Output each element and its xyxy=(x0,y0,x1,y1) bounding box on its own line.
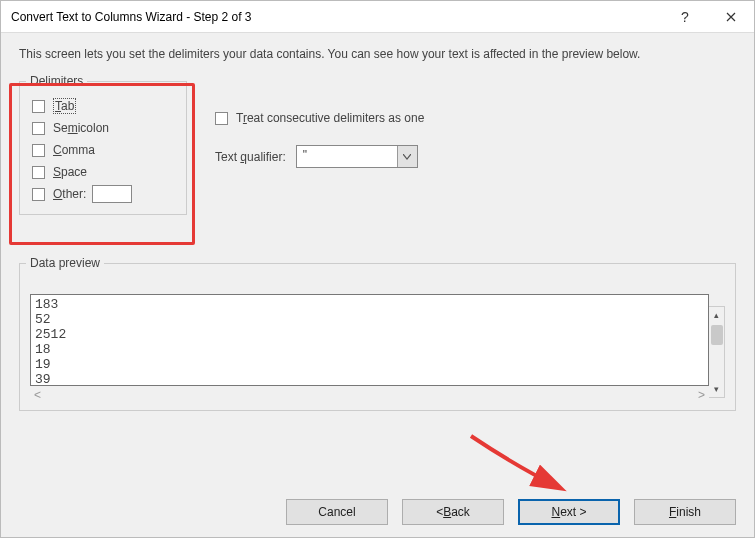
finish-button[interactable]: Finish xyxy=(634,499,736,525)
scroll-right-icon: > xyxy=(698,388,705,402)
content-area: This screen lets you set the delimiters … xyxy=(1,33,754,421)
back-button[interactable]: < Back xyxy=(402,499,504,525)
close-button[interactable] xyxy=(708,1,754,33)
scroll-down-icon: ▾ xyxy=(709,381,724,397)
description-text: This screen lets you set the delimiters … xyxy=(19,47,736,61)
preview-legend: Data preview xyxy=(26,256,104,270)
upper-section: Delimiters Tab Semicolon Comma Space xyxy=(19,75,736,215)
scroll-thumb xyxy=(711,325,723,345)
titlebar: Convert Text to Columns Wizard - Step 2 … xyxy=(1,1,754,33)
wizard-dialog: Convert Text to Columns Wizard - Step 2 … xyxy=(0,0,755,538)
delimiter-other-row[interactable]: Other: xyxy=(32,184,174,204)
delimiter-comma-row[interactable]: Comma xyxy=(32,140,174,160)
help-button[interactable]: ? xyxy=(662,1,708,33)
qualifier-value: " xyxy=(297,146,397,167)
cancel-button[interactable]: Cancel xyxy=(286,499,388,525)
scroll-up-icon: ▴ xyxy=(709,307,724,323)
chevron-down-icon xyxy=(397,146,417,167)
close-icon xyxy=(726,12,736,22)
button-row: Cancel < Back Next > Finish xyxy=(286,499,736,525)
delimiters-legend: Delimiters xyxy=(26,74,87,88)
consecutive-row[interactable]: Treat consecutive delimiters as one xyxy=(215,111,424,125)
delimiters-group: Delimiters Tab Semicolon Comma Space xyxy=(19,81,187,215)
options-column: Treat consecutive delimiters as one Text… xyxy=(215,75,424,168)
delimiter-other-input[interactable] xyxy=(92,185,132,203)
delimiter-space-row[interactable]: Space xyxy=(32,162,174,182)
next-button[interactable]: Next > xyxy=(518,499,620,525)
checkbox-icon xyxy=(32,166,45,179)
window-title: Convert Text to Columns Wizard - Step 2 … xyxy=(11,10,662,24)
qualifier-combo[interactable]: " xyxy=(296,145,418,168)
checkbox-icon xyxy=(32,144,45,157)
preview-box[interactable]: 183 52 2512 18 19 39 xyxy=(30,294,709,386)
annotation-arrow-icon xyxy=(466,431,576,501)
checkbox-icon xyxy=(32,188,45,201)
checkbox-icon xyxy=(32,100,45,113)
preview-group: Data preview 183 52 2512 18 19 39 ▴ ▾ < … xyxy=(19,263,736,411)
delimiter-tab-row[interactable]: Tab xyxy=(32,96,174,116)
delimiter-semicolon-row[interactable]: Semicolon xyxy=(32,118,174,138)
checkbox-icon xyxy=(32,122,45,135)
qualifier-row: Text qualifier: " xyxy=(215,145,424,168)
scroll-left-icon: < xyxy=(34,388,41,402)
qualifier-label: Text qualifier: xyxy=(215,150,286,164)
checkbox-icon xyxy=(215,112,228,125)
horizontal-scrollbar[interactable]: < > xyxy=(30,386,709,402)
vertical-scrollbar[interactable]: ▴ ▾ xyxy=(709,306,725,398)
